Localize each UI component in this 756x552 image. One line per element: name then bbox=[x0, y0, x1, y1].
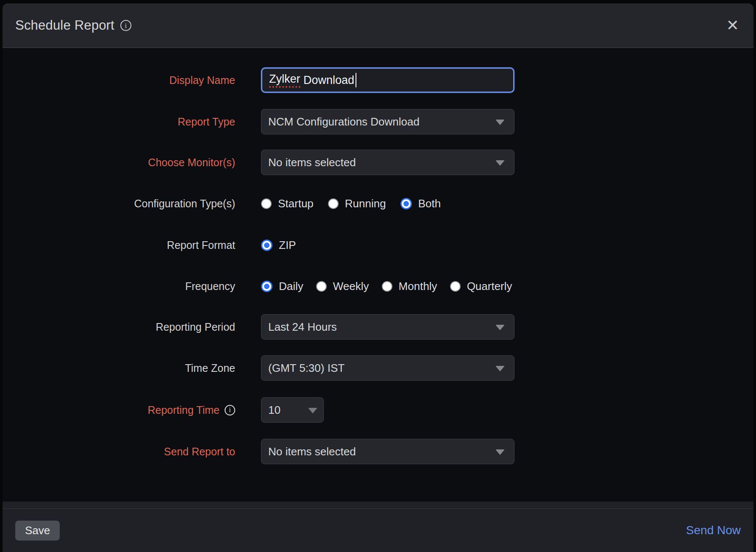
display-name-input[interactable]: Zylker Download bbox=[261, 67, 514, 93]
reporting-time-label: Reporting Time i bbox=[3, 404, 235, 416]
radio-running-label[interactable]: Running bbox=[345, 197, 386, 210]
radio-quarterly[interactable]: Quarterly bbox=[450, 280, 512, 293]
close-icon[interactable]: ✕ bbox=[725, 16, 741, 35]
configuration-types-radio-group: Startup Running Both bbox=[261, 197, 441, 210]
radio-zip[interactable]: ZIP bbox=[261, 239, 296, 252]
choose-monitors-dropdown[interactable]: No items selected bbox=[261, 150, 514, 175]
save-button[interactable]: Save bbox=[15, 521, 60, 541]
dialog-footer: Save Send Now bbox=[3, 502, 753, 552]
time-zone-dropdown[interactable]: (GMT 5:30) IST bbox=[261, 355, 514, 381]
radio-quarterly-label[interactable]: Quarterly bbox=[467, 280, 512, 293]
chevron-down-icon bbox=[495, 366, 505, 371]
reporting-period-row: Reporting Period Last 24 Hours bbox=[3, 314, 753, 340]
report-type-row: Report Type NCM Configurations Download bbox=[3, 109, 753, 134]
reporting-period-dropdown[interactable]: Last 24 Hours bbox=[261, 314, 514, 340]
reporting-period-value: Last 24 Hours bbox=[268, 321, 337, 334]
configuration-types-row: Configuration Type(s) Startup Running Bo… bbox=[3, 191, 753, 216]
time-zone-value: (GMT 5:30) IST bbox=[268, 362, 345, 375]
radio-unselected-icon[interactable] bbox=[261, 198, 272, 209]
frequency-row: Frequency Daily Weekly Monthly bbox=[3, 273, 753, 299]
radio-daily[interactable]: Daily bbox=[261, 280, 303, 293]
choose-monitors-row: Choose Monitor(s) No items selected bbox=[3, 150, 753, 175]
time-zone-label: Time Zone bbox=[3, 362, 235, 374]
reporting-time-dropdown[interactable]: 10 bbox=[261, 397, 324, 423]
radio-monthly[interactable]: Monthly bbox=[382, 280, 437, 293]
reporting-time-label-text: Reporting Time bbox=[147, 404, 220, 416]
radio-unselected-icon[interactable] bbox=[382, 281, 392, 292]
radio-weekly-label[interactable]: Weekly bbox=[333, 280, 369, 293]
dialog-title: Schedule Report bbox=[15, 18, 114, 33]
radio-selected-icon[interactable] bbox=[261, 240, 272, 251]
radio-unselected-icon[interactable] bbox=[328, 198, 339, 209]
reporting-period-label: Reporting Period bbox=[3, 321, 235, 333]
reporting-time-value: 10 bbox=[268, 404, 281, 417]
chevron-down-icon bbox=[495, 325, 505, 330]
radio-startup[interactable]: Startup bbox=[261, 197, 314, 210]
chevron-down-icon bbox=[495, 120, 505, 125]
radio-selected-icon[interactable] bbox=[261, 281, 272, 292]
input-word-misspelled: Zylker bbox=[269, 72, 300, 88]
dialog-body: Display Name Zylker Download Report Type… bbox=[3, 48, 753, 502]
display-name-label: Display Name bbox=[3, 74, 235, 86]
send-report-to-row: Send Report to No items selected bbox=[3, 439, 753, 464]
radio-zip-label[interactable]: ZIP bbox=[279, 239, 296, 252]
send-report-to-label: Send Report to bbox=[3, 446, 235, 458]
radio-both[interactable]: Both bbox=[400, 197, 441, 210]
radio-unselected-icon[interactable] bbox=[316, 281, 327, 292]
radio-both-label[interactable]: Both bbox=[418, 197, 441, 210]
info-icon[interactable]: i bbox=[120, 20, 131, 31]
report-format-row: Report Format ZIP bbox=[3, 232, 753, 258]
choose-monitors-label: Choose Monitor(s) bbox=[3, 156, 235, 169]
radio-daily-label[interactable]: Daily bbox=[279, 280, 303, 293]
send-report-to-value: No items selected bbox=[268, 445, 356, 458]
radio-running[interactable]: Running bbox=[328, 197, 386, 210]
report-format-radio-group: ZIP bbox=[261, 239, 296, 252]
text-cursor bbox=[356, 73, 356, 87]
choose-monitors-value: No items selected bbox=[268, 156, 356, 169]
radio-monthly-label[interactable]: Monthly bbox=[399, 280, 437, 293]
schedule-report-dialog: Schedule Report i ✕ Display Name Zylker … bbox=[3, 3, 753, 552]
display-name-row: Display Name Zylker Download bbox=[3, 67, 753, 93]
chevron-down-icon bbox=[308, 408, 317, 413]
radio-weekly[interactable]: Weekly bbox=[316, 280, 369, 293]
frequency-radio-group: Daily Weekly Monthly Quarterly bbox=[261, 280, 512, 293]
report-format-label: Report Format bbox=[3, 239, 235, 251]
chevron-down-icon bbox=[495, 449, 505, 455]
frequency-label: Frequency bbox=[3, 280, 235, 293]
input-word-rest: Download bbox=[300, 74, 355, 87]
configuration-types-label: Configuration Type(s) bbox=[3, 198, 235, 210]
report-type-label: Report Type bbox=[3, 116, 235, 128]
radio-unselected-icon[interactable] bbox=[450, 281, 461, 292]
time-zone-row: Time Zone (GMT 5:30) IST bbox=[3, 355, 753, 381]
chevron-down-icon bbox=[495, 160, 505, 166]
report-type-value: NCM Configurations Download bbox=[268, 115, 420, 128]
info-icon[interactable]: i bbox=[225, 405, 235, 415]
report-type-dropdown[interactable]: NCM Configurations Download bbox=[261, 109, 514, 134]
radio-selected-icon[interactable] bbox=[400, 198, 412, 209]
dialog-header: Schedule Report i ✕ bbox=[3, 3, 753, 48]
send-now-link[interactable]: Send Now bbox=[686, 524, 741, 537]
footer-main: Save Send Now bbox=[3, 508, 753, 552]
reporting-time-row: Reporting Time i 10 bbox=[3, 397, 753, 423]
footer-strip bbox=[3, 502, 753, 508]
send-report-to-dropdown[interactable]: No items selected bbox=[261, 439, 514, 464]
radio-startup-label[interactable]: Startup bbox=[278, 197, 314, 210]
